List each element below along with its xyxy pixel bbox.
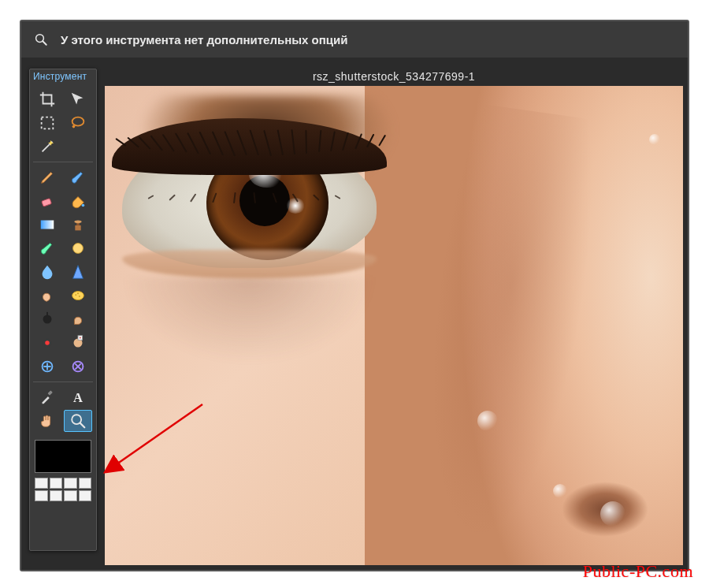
swatch-cell[interactable]: [35, 478, 48, 489]
tools-panel: Инструмент: [29, 69, 97, 551]
image-content: [122, 139, 377, 268]
options-bar: У этого инструмента нет дополнительных о…: [21, 21, 688, 58]
bucket-icon: [69, 192, 87, 210]
tool-divider: [33, 162, 93, 162]
clone-tool[interactable]: [64, 214, 92, 236]
sponge-icon: [69, 287, 87, 304]
eyedropper-icon: [39, 389, 56, 406]
sharpen-tool[interactable]: [64, 261, 92, 283]
hand-tool[interactable]: [33, 410, 61, 432]
marquee-tool[interactable]: [33, 112, 61, 134]
type-icon: [69, 389, 87, 406]
redeye-tool[interactable]: [33, 332, 61, 354]
dodge-icon: [39, 311, 56, 328]
burn-tool[interactable]: [64, 308, 92, 330]
image-content: [477, 411, 498, 431]
image-content: [553, 484, 567, 498]
swatch-cell[interactable]: [79, 490, 92, 501]
eraser-icon: [39, 192, 56, 210]
pinch-icon: [69, 358, 87, 375]
crop-tool[interactable]: [33, 88, 61, 110]
zoom-icon: [69, 412, 87, 430]
pinch-tool[interactable]: [64, 355, 92, 378]
color-swatch[interactable]: [35, 440, 91, 473]
image-content: [649, 134, 660, 145]
dodge-tool[interactable]: [33, 308, 61, 330]
colorreplace-icon: [39, 240, 56, 257]
svg-line-1: [43, 41, 46, 45]
canvas[interactable]: [105, 86, 683, 565]
bucket-tool[interactable]: [64, 190, 92, 212]
wand-tool[interactable]: [33, 136, 61, 158]
swatch-cell[interactable]: [79, 478, 92, 489]
smudge-tool[interactable]: [33, 285, 61, 307]
document-title-bar: rsz_shutterstock_534277699-1: [105, 69, 683, 84]
image-content: [600, 501, 625, 527]
redeye-icon: [39, 334, 56, 352]
blur-icon: [39, 263, 56, 281]
brush2-icon: [69, 240, 87, 257]
hand-icon: [39, 412, 56, 430]
brush-icon: [69, 169, 87, 186]
zoom-tool[interactable]: [64, 410, 92, 432]
lasso-icon: [69, 114, 87, 132]
brush-tool[interactable]: [64, 166, 92, 188]
image-content: [122, 277, 377, 363]
swatch-cell[interactable]: [64, 478, 77, 489]
swatch-cell[interactable]: [50, 490, 63, 501]
colorreplace-tool[interactable]: [33, 237, 61, 259]
blur-tool[interactable]: [33, 261, 61, 283]
move-icon: [69, 91, 87, 108]
marquee-icon: [39, 114, 56, 132]
zoom-icon: [34, 32, 48, 47]
active-tool-indicator: [21, 32, 61, 47]
type-tool[interactable]: [64, 386, 92, 408]
swatch-cell[interactable]: [35, 490, 48, 501]
eyedropper-tool[interactable]: [33, 386, 61, 408]
tools-panel-title: Инструмент: [30, 69, 96, 87]
pencil-icon: [39, 169, 56, 186]
eraser-tool[interactable]: [33, 190, 61, 212]
workspace: Инструмент rsz_shutterstock_534277699-1: [21, 58, 688, 570]
spotheal-tool[interactable]: [64, 332, 92, 354]
tool-divider: [33, 381, 93, 382]
gradient-tool[interactable]: [33, 214, 61, 236]
sharpen-icon: [69, 263, 87, 281]
app-window: У этого инструмента нет дополнительных о…: [20, 20, 689, 571]
crop-icon: [39, 91, 56, 108]
clone-icon: [69, 216, 87, 233]
gradient-icon: [39, 216, 56, 233]
spotheal-icon: [69, 334, 87, 352]
move-tool[interactable]: [64, 88, 92, 110]
wand-icon: [39, 138, 56, 155]
sponge-tool[interactable]: [64, 285, 92, 307]
brush2-tool[interactable]: [64, 237, 92, 259]
swatch-cell[interactable]: [50, 478, 63, 489]
pencil-tool[interactable]: [33, 166, 61, 188]
watermark-text: Public-PC.com: [583, 561, 693, 582]
swatch-cell[interactable]: [64, 490, 77, 501]
document-title: rsz_shutterstock_534277699-1: [313, 70, 475, 83]
bloat-tool[interactable]: [33, 355, 61, 378]
bloat-icon: [39, 358, 56, 375]
lasso-tool[interactable]: [64, 112, 92, 134]
smudge-icon: [39, 287, 56, 304]
burn-icon: [69, 311, 87, 328]
swatch-grid[interactable]: [35, 478, 91, 501]
options-bar-message: У этого инструмента нет дополнительных о…: [61, 33, 347, 47]
